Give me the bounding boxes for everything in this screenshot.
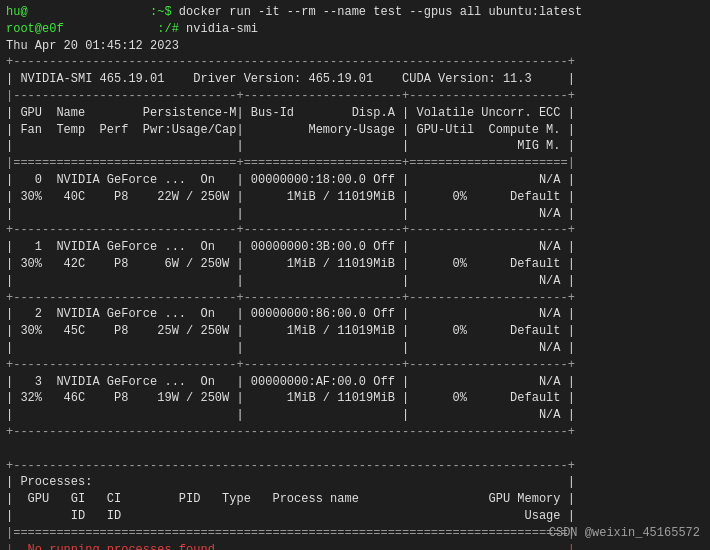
processes-header: | Processes: | — [6, 474, 704, 491]
gpu23-border: +-------------------------------+-------… — [6, 357, 704, 374]
gpu01-border: +-------------------------------+-------… — [6, 222, 704, 239]
proc-top-border: +---------------------------------------… — [6, 458, 704, 475]
proc-col-header2: | ID ID Usage | — [6, 508, 704, 525]
empty-line — [6, 441, 704, 458]
gpu0-row1: | 0 NVIDIA GeForce ... On | 00000000:18:… — [6, 172, 704, 189]
gpu0-row3: | | | N/A | — [6, 206, 704, 223]
gpu2-row3: | | | N/A | — [6, 340, 704, 357]
no-processes-line: | No running processes found | — [6, 542, 704, 551]
gpu2-row2: | 30% 45C P8 25W / 250W | 1MiB / 11019Mi… — [6, 323, 704, 340]
command-line-2: root@e0f :/# nvidia-smi — [6, 21, 704, 38]
gpu0-row2: | 30% 40C P8 22W / 250W | 1MiB / 11019Mi… — [6, 189, 704, 206]
gpu1-row3: | | | N/A | — [6, 273, 704, 290]
gpu2-row1: | 2 NVIDIA GeForce ... On | 00000000:86:… — [6, 306, 704, 323]
gpu3-row3: | | | N/A | — [6, 407, 704, 424]
gpu12-border: +-------------------------------+-------… — [6, 290, 704, 307]
date-line: Thu Apr 20 01:45:12 2023 — [6, 38, 704, 55]
proc-col-header1: | GPU GI CI PID Type Process name GPU Me… — [6, 491, 704, 508]
col-separator: |-------------------------------+-------… — [6, 88, 704, 105]
gpu1-row2: | 30% 42C P8 6W / 250W | 1MiB / 11019MiB… — [6, 256, 704, 273]
col-header-2: | Fan Temp Perf Pwr:Usage/Cap| Memory-Us… — [6, 122, 704, 139]
command-line-1: hu@ :~$ docker run -it --rm --name test … — [6, 4, 704, 21]
nvidia-smi-header: | NVIDIA-SMI 465.19.01 Driver Version: 4… — [6, 71, 704, 88]
col-header-1: | GPU Name Persistence-M| Bus-Id Disp.A … — [6, 105, 704, 122]
terminal-window: hu@ :~$ docker run -it --rm --name test … — [0, 0, 710, 550]
gpu3-row2: | 32% 46C P8 19W / 250W | 1MiB / 11019Mi… — [6, 390, 704, 407]
top-border: +---------------------------------------… — [6, 54, 704, 71]
gpu1-row1: | 1 NVIDIA GeForce ... On | 00000000:3B:… — [6, 239, 704, 256]
gpu3-row1: | 3 NVIDIA GeForce ... On | 00000000:AF:… — [6, 374, 704, 391]
gpu-bottom-border: +---------------------------------------… — [6, 424, 704, 441]
col-header-3: | | | MIG M. | — [6, 138, 704, 155]
watermark: CSDN @weixin_45165572 — [549, 526, 700, 540]
gpu0-top-border: |===============================+=======… — [6, 155, 704, 172]
